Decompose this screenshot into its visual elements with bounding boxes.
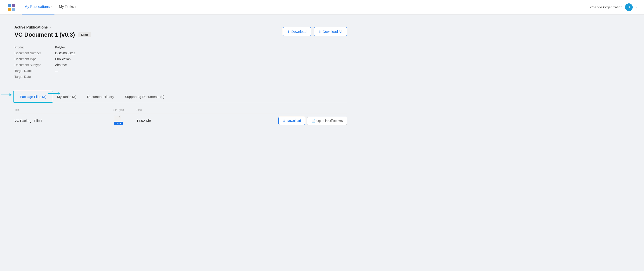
nav-my-publications-chevron: ▾ — [50, 6, 52, 8]
meta-label: Target Date — [14, 75, 55, 79]
document-title: VC Document 1 (v0.3) — [14, 31, 75, 38]
tab-package-files--3-[interactable]: Package Files (3) — [14, 92, 52, 102]
file-list-header: Title File Type Size — [14, 108, 347, 114]
meta-label: Document Subtype — [14, 63, 55, 67]
tab-label: Document History — [87, 95, 114, 99]
file-download-icon — [283, 119, 286, 123]
svg-rect-1 — [12, 4, 15, 7]
nav-my-tasks-label: My Tasks — [59, 5, 74, 9]
file-download-button[interactable]: Download — [278, 117, 305, 125]
app-header: My Publications ▾ My Tasks ▾ Change Orga… — [0, 0, 644, 15]
download-icon — [288, 30, 290, 34]
doc-title-row: VC Document 1 (v0.3) Draft — [14, 31, 91, 38]
main-nav: My Publications ▾ My Tasks ▾ — [22, 0, 590, 15]
tab-document-history[interactable]: Document History — [82, 92, 119, 102]
open-in-office-label: Open in Office 365 — [316, 119, 343, 123]
nav-my-tasks-chevron: ▾ — [75, 6, 76, 8]
office-icon — [312, 119, 315, 123]
col-filetype-label: File Type — [113, 108, 124, 112]
meta-value: — — [55, 75, 123, 79]
header-right: Change Organization U ▾ — [590, 4, 637, 11]
meta-label: Target Name — [14, 69, 55, 73]
download-all-icon — [318, 30, 321, 34]
download-button[interactable]: Download — [283, 27, 312, 36]
meta-label: Product — [14, 46, 55, 49]
change-organization-button[interactable]: Change Organization — [590, 5, 622, 9]
user-menu-chevron[interactable]: ▾ — [636, 6, 637, 9]
download-label: Download — [292, 30, 307, 34]
tabs-container: Package Files (3)My Tasks (3)Document Hi… — [14, 92, 347, 102]
breadcrumb-title-area: Active Publications › VC Document 1 (v0.… — [14, 25, 91, 38]
meta-value: Publication — [55, 57, 123, 61]
file-title-value: VC Package File 1 — [14, 119, 100, 123]
docx-file-icon: DOCX — [114, 116, 123, 126]
main-content: Active Publications › VC Document 1 (v0.… — [0, 15, 362, 144]
file-type-col: DOCX — [100, 116, 136, 126]
meta-value: — — [55, 69, 123, 73]
file-download-label: Download — [287, 119, 301, 123]
svg-rect-2 — [8, 8, 11, 11]
file-size-col: 11.92 KiB — [136, 119, 173, 123]
tab-label: My Tasks (3) — [57, 95, 76, 99]
tab-label: Supporting Documents (0) — [125, 95, 164, 99]
svg-rect-0 — [8, 4, 11, 7]
meta-label: Document Type — [14, 57, 55, 61]
download-all-label: Download All — [323, 30, 342, 34]
svg-text:DOCX: DOCX — [116, 123, 121, 125]
file-list: Title File Type Size VC Package File 1 — [14, 102, 347, 133]
metadata-grid: ProductKalytexDocument NumberDOC-0000011… — [14, 46, 347, 79]
file-actions-col: Download Open in Office 365 — [278, 117, 347, 125]
col-title-label: Title — [14, 108, 20, 112]
meta-value: Abstract — [55, 63, 123, 67]
meta-label: Document Number — [14, 51, 55, 55]
nav-my-tasks[interactable]: My Tasks ▾ — [56, 0, 79, 15]
breadcrumb-arrow: › — [50, 26, 51, 29]
app-logo[interactable] — [7, 3, 16, 12]
file-title-col: VC Package File 1 — [14, 119, 100, 123]
draft-badge: Draft — [78, 32, 90, 37]
title-section: Active Publications › VC Document 1 (v0.… — [14, 25, 347, 38]
table-row: VC Package File 1 DOCX 11.92 KiB — [14, 114, 347, 128]
breadcrumb-label[interactable]: Active Publications — [14, 25, 48, 30]
col-size-label: Size — [136, 108, 142, 112]
nav-my-publications-label: My Publications — [24, 5, 50, 9]
download-all-button[interactable]: Download All — [314, 27, 347, 36]
nav-my-publications[interactable]: My Publications ▾ — [22, 0, 54, 15]
svg-rect-3 — [12, 8, 15, 11]
tab-pointer-arrow — [48, 92, 60, 95]
tabs-section: Package Files (3)My Tasks (3)Document Hi… — [14, 88, 347, 133]
open-in-office-button[interactable]: Open in Office 365 — [307, 117, 347, 125]
tab-supporting-documents--0-[interactable]: Supporting Documents (0) — [120, 92, 170, 102]
meta-value: Kalytex — [55, 46, 123, 49]
tab-arrow-indicator — [1, 93, 12, 96]
tab-label: Package Files (3) — [20, 95, 46, 99]
meta-value: DOC-0000011 — [55, 51, 123, 55]
title-action-buttons: Download Download All — [283, 27, 347, 36]
breadcrumb: Active Publications › — [14, 25, 91, 30]
avatar[interactable]: U — [625, 4, 633, 11]
file-size-value: 11.92 KiB — [136, 119, 173, 123]
